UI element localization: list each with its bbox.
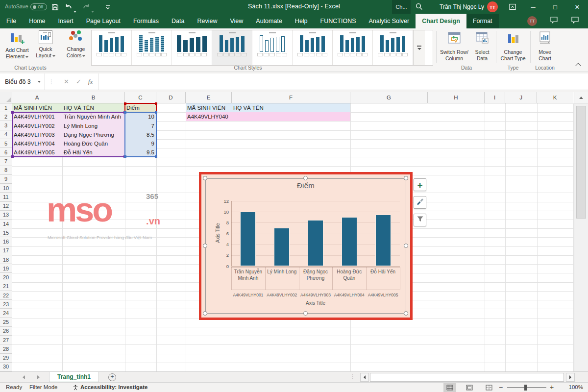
zoom-level[interactable]: 100% <box>564 384 583 390</box>
row-header-26[interactable]: 26 <box>0 327 12 336</box>
cell-A4[interactable]: A4K49VLHY003 <box>12 130 62 139</box>
chart-style-thumbnail[interactable] <box>172 30 212 65</box>
ribbon-display-options-icon[interactable] <box>508 2 517 12</box>
close-button[interactable]: ✕ <box>567 0 587 14</box>
cell-B5[interactable]: Hoàng Đức Quân <box>62 139 125 148</box>
quick-layout-button[interactable]: Quick Layout <box>32 30 59 59</box>
column-header-D[interactable]: D <box>156 92 186 103</box>
tab-page-layout[interactable]: Page Layout <box>80 14 127 28</box>
chart-style-thumbnail[interactable] <box>212 30 252 65</box>
name-box-dropdown-icon[interactable] <box>38 81 41 83</box>
add-chart-element-button[interactable]: + Add Chart Element <box>3 30 31 60</box>
tab-format[interactable]: Format <box>466 14 499 28</box>
tab-view[interactable]: View <box>223 14 249 28</box>
cell-B6[interactable]: Đỗ Hải Yến <box>62 148 125 157</box>
insert-function-icon[interactable]: fx <box>88 78 93 86</box>
zoom-out-button[interactable]: − <box>499 383 503 391</box>
column-header-J[interactable]: J <box>505 92 537 103</box>
row-header-1[interactable]: 1 <box>0 103 12 112</box>
column-header-G[interactable]: G <box>350 92 428 103</box>
column-header-C[interactable]: C <box>125 92 156 103</box>
bar-tr-n-nguy-n-minh-anh[interactable] <box>240 212 256 266</box>
row-header-6[interactable]: 6 <box>0 148 12 157</box>
change-chart-type-button[interactable]: Change Chart Type <box>498 30 528 62</box>
cell-F1[interactable]: HỌ VÀ TÊN <box>232 103 350 112</box>
chart-resize-handle[interactable] <box>404 244 408 248</box>
cell-A6[interactable]: A4K49VLHY005 <box>12 148 62 157</box>
cell-C6[interactable]: 9.5 <box>125 148 156 157</box>
row-header-28[interactable]: 28 <box>0 344 12 353</box>
tab-insert[interactable]: Insert <box>52 14 80 28</box>
select-data-button[interactable]: Select Data <box>470 30 494 62</box>
x-axis-title[interactable]: Axis Title <box>231 300 400 306</box>
zoom-in-button[interactable]: + <box>550 383 554 391</box>
new-sheet-icon[interactable]: + <box>108 373 116 381</box>
cell-A2[interactable]: A4K49VLHY001 <box>12 112 62 121</box>
column-header-I[interactable]: I <box>485 92 505 103</box>
hscroll-right-icon[interactable] <box>566 373 575 382</box>
tab-help[interactable]: Help <box>289 14 314 28</box>
cell-A5[interactable]: A4K49VLHY004 <box>12 139 62 148</box>
bar-ho-ng-c-qu-n[interactable] <box>342 217 357 266</box>
row-header-3[interactable]: 3 <box>0 121 12 130</box>
row-header-15[interactable]: 15 <box>0 228 12 237</box>
zoom-slider-thumb[interactable] <box>524 385 527 391</box>
chart-style-thumbnail[interactable] <box>373 30 413 65</box>
horizontal-scrollbar[interactable] <box>370 373 564 382</box>
row-header-25[interactable]: 25 <box>0 318 12 327</box>
maximize-button[interactable]: □ <box>545 0 565 14</box>
row-header-9[interactable]: 9 <box>0 175 12 184</box>
column-header-H[interactable]: H <box>428 92 485 103</box>
search-box[interactable]: Ch... <box>392 0 411 14</box>
tab-analytic-solver[interactable]: Analytic Solver <box>363 14 416 28</box>
cell-B3[interactable]: Lý Minh Long <box>62 121 125 130</box>
row-header-30[interactable]: 30 <box>0 363 12 371</box>
column-header-A[interactable]: A <box>12 92 62 103</box>
row-header-11[interactable]: 11 <box>0 193 12 201</box>
comment-icon[interactable] <box>550 16 558 26</box>
row-header-4[interactable]: 4 <box>0 130 12 139</box>
row-header-29[interactable]: 29 <box>0 354 12 363</box>
chart-style-thumbnail[interactable] <box>252 30 293 65</box>
minimize-button[interactable]: ─ <box>523 0 543 14</box>
column-header-E[interactable]: E <box>186 92 232 103</box>
cell-A3[interactable]: A4K49VLHY002 <box>12 121 62 130</box>
row-header-7[interactable]: 7 <box>0 157 12 166</box>
sheet-nav-left-icon[interactable] <box>23 375 25 379</box>
switch-row-column-button[interactable]: Switch Row/ Column <box>439 30 469 62</box>
chart-resize-handle[interactable] <box>203 311 207 316</box>
row-header-5[interactable]: 5 <box>0 139 12 148</box>
formula-input[interactable] <box>99 74 588 90</box>
row-header-10[interactable]: 10 <box>0 184 12 193</box>
cell-B4[interactable]: Đặng Ngọc Phương <box>62 130 125 139</box>
row-header-23[interactable]: 23 <box>0 300 12 309</box>
select-all-corner[interactable] <box>0 92 12 103</box>
row-header-27[interactable]: 27 <box>0 336 12 344</box>
move-chart-button[interactable]: Move Chart <box>532 30 558 62</box>
tab-data[interactable]: Data <box>165 14 191 28</box>
cell-A1[interactable]: MÃ SINH VIÊN <box>12 103 62 112</box>
chart-resize-handle[interactable] <box>404 176 408 180</box>
tab-file[interactable]: File <box>0 14 23 28</box>
tab-formulas[interactable]: Formulas <box>127 14 165 28</box>
tab-home[interactable]: Home <box>23 14 51 28</box>
cell-F2[interactable] <box>232 112 350 121</box>
page-break-view-icon[interactable] <box>483 383 495 392</box>
cell-B1[interactable]: HỌ VÀ TÊN <box>62 103 125 112</box>
chart-resize-handle[interactable] <box>303 311 308 316</box>
y-axis-title[interactable]: Axis Title <box>215 204 220 263</box>
row-header-21[interactable]: 21 <box>0 282 12 291</box>
normal-view-icon[interactable] <box>443 383 456 392</box>
chart-styles-button[interactable] <box>414 196 426 209</box>
selected-chart[interactable]: Điểm024681012Axis TitleTrần Nguyễn Minh … <box>199 172 413 320</box>
row-header-24[interactable]: 24 <box>0 309 12 318</box>
tab-review[interactable]: Review <box>191 14 223 28</box>
bar-l-minh-long[interactable] <box>274 228 290 266</box>
tab-automate[interactable]: Automate <box>249 14 289 28</box>
cell-C1[interactable]: Điểm <box>125 103 156 112</box>
tab-functions[interactable]: FUNCTIONS <box>314 14 363 28</box>
chart-resize-handle[interactable] <box>203 176 207 180</box>
scroll-up-icon[interactable] <box>574 92 588 103</box>
row-header-2[interactable]: 2 <box>0 112 12 121</box>
chart-elements-button[interactable]: + <box>414 178 426 191</box>
